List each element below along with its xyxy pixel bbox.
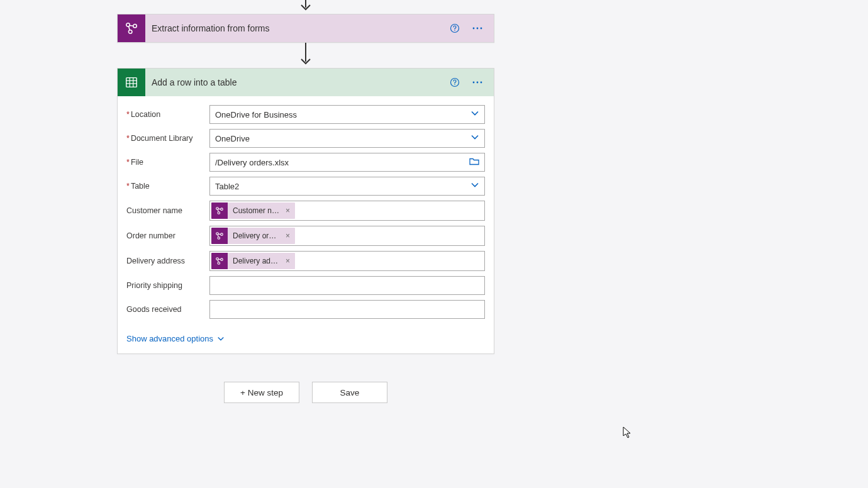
svg-point-24 bbox=[218, 212, 220, 214]
svg-line-5 bbox=[128, 26, 130, 30]
field-customer-name: Customer name Customer nam... × bbox=[126, 201, 485, 221]
select-value: Table2 bbox=[215, 182, 239, 191]
step-title: Add a row into a table bbox=[145, 77, 448, 87]
svg-point-23 bbox=[221, 208, 223, 211]
dynamic-token-customer-name[interactable]: Customer nam... × bbox=[211, 202, 295, 219]
show-advanced-options-link[interactable]: Show advanced options bbox=[126, 334, 225, 343]
token-remove-icon[interactable]: × bbox=[284, 206, 295, 215]
step-header[interactable]: Add a row into a table bbox=[118, 69, 494, 96]
svg-point-21 bbox=[481, 82, 482, 84]
field-priority-shipping: Priority shipping bbox=[126, 276, 485, 295]
token-remove-icon[interactable]: × bbox=[284, 257, 295, 265]
location-select[interactable]: OneDrive for Business bbox=[209, 105, 485, 124]
field-label: Order number bbox=[126, 231, 209, 240]
field-label: Delivery address bbox=[126, 257, 209, 265]
connector-arrow-top bbox=[117, 0, 494, 14]
table-select[interactable]: Table2 bbox=[209, 177, 485, 196]
more-icon[interactable] bbox=[471, 76, 484, 89]
field-label: *Document Library bbox=[126, 134, 209, 143]
order-number-input[interactable]: Delivery order ... × bbox=[209, 226, 485, 246]
ai-builder-icon bbox=[211, 253, 228, 269]
field-label: *Table bbox=[126, 182, 209, 191]
chevron-down-icon bbox=[470, 109, 479, 120]
goods-received-input[interactable] bbox=[209, 300, 485, 319]
svg-point-1 bbox=[126, 23, 130, 27]
link-text: Show advanced options bbox=[126, 334, 213, 343]
step-add-a-row-into-a-table: Add a row into a table *Location OneDriv… bbox=[117, 68, 494, 354]
svg-point-22 bbox=[216, 208, 219, 210]
svg-point-33 bbox=[221, 258, 223, 261]
field-label: *File bbox=[126, 158, 209, 167]
svg-point-20 bbox=[477, 82, 479, 84]
dynamic-token-delivery-address[interactable]: Delivery addre... × bbox=[211, 253, 295, 269]
token-label: Delivery addre... bbox=[228, 257, 284, 265]
field-label: *Location bbox=[126, 110, 209, 119]
more-icon[interactable] bbox=[471, 22, 484, 35]
field-goods-received: Goods received bbox=[126, 300, 485, 319]
svg-line-26 bbox=[218, 209, 218, 212]
svg-line-30 bbox=[218, 234, 221, 235]
dynamic-token-delivery-order[interactable]: Delivery order ... × bbox=[211, 228, 295, 244]
document-library-select[interactable]: OneDrive bbox=[209, 129, 485, 148]
svg-point-8 bbox=[473, 28, 475, 30]
svg-point-28 bbox=[221, 233, 223, 236]
save-button[interactable]: Save bbox=[312, 382, 387, 403]
select-value: OneDrive for Business bbox=[215, 110, 297, 119]
svg-line-31 bbox=[218, 235, 218, 237]
chevron-down-icon bbox=[217, 335, 225, 343]
mouse-cursor-icon bbox=[623, 426, 633, 441]
customer-name-input[interactable]: Customer nam... × bbox=[209, 201, 485, 221]
folder-picker-icon[interactable] bbox=[469, 157, 479, 168]
svg-point-9 bbox=[477, 28, 479, 30]
field-delivery-address: Delivery address Delivery addre... × bbox=[126, 251, 485, 271]
token-remove-icon[interactable]: × bbox=[284, 231, 295, 240]
field-table: *Table Table2 bbox=[126, 177, 485, 196]
svg-point-10 bbox=[481, 28, 482, 30]
step-extract-information-from-forms[interactable]: Extract information from forms bbox=[117, 14, 494, 43]
priority-shipping-input[interactable] bbox=[209, 276, 485, 295]
field-label: Priority shipping bbox=[126, 281, 209, 290]
svg-line-4 bbox=[130, 25, 133, 26]
svg-point-3 bbox=[128, 30, 132, 34]
svg-line-25 bbox=[218, 209, 221, 209]
svg-point-7 bbox=[454, 30, 455, 31]
svg-line-36 bbox=[218, 260, 218, 262]
file-input[interactable]: /Delivery orders.xlsx bbox=[209, 153, 485, 172]
ai-builder-icon bbox=[211, 202, 228, 219]
svg-point-34 bbox=[218, 262, 220, 265]
token-label: Customer nam... bbox=[228, 206, 284, 215]
field-label: Goods received bbox=[126, 305, 209, 314]
step-title: Extract information from forms bbox=[145, 23, 448, 33]
ai-builder-icon bbox=[211, 228, 228, 244]
svg-rect-12 bbox=[126, 78, 137, 87]
svg-point-2 bbox=[133, 25, 137, 28]
select-value: OneDrive bbox=[215, 134, 250, 143]
svg-point-32 bbox=[216, 258, 219, 260]
help-icon[interactable] bbox=[448, 22, 461, 35]
help-icon[interactable] bbox=[448, 76, 461, 89]
new-step-button[interactable]: + New step bbox=[224, 382, 299, 403]
chevron-down-icon bbox=[470, 181, 479, 192]
excel-icon bbox=[118, 69, 145, 96]
svg-line-35 bbox=[218, 259, 221, 260]
svg-point-27 bbox=[216, 233, 219, 235]
delivery-address-input[interactable]: Delivery addre... × bbox=[209, 251, 485, 271]
field-file: *File /Delivery orders.xlsx bbox=[126, 153, 485, 172]
token-label: Delivery order ... bbox=[228, 231, 284, 240]
field-location: *Location OneDrive for Business bbox=[126, 105, 485, 124]
field-document-library: *Document Library OneDrive bbox=[126, 129, 485, 148]
ai-builder-icon bbox=[118, 14, 145, 42]
svg-point-19 bbox=[473, 82, 475, 84]
field-label: Customer name bbox=[126, 206, 209, 215]
file-value: /Delivery orders.xlsx bbox=[215, 158, 289, 167]
field-order-number: Order number Delivery order ... × bbox=[126, 226, 485, 246]
connector-arrow-middle bbox=[117, 43, 494, 68]
svg-point-29 bbox=[218, 237, 220, 240]
chevron-down-icon bbox=[470, 133, 479, 144]
svg-point-18 bbox=[454, 84, 455, 85]
